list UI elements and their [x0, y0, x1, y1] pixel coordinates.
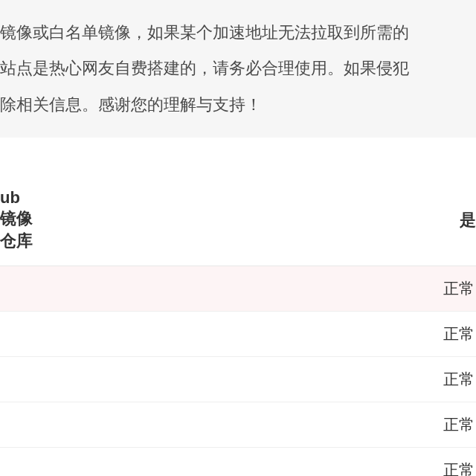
cell-repo: [0, 312, 42, 357]
table-row: 正常: [0, 312, 476, 357]
mirror-table: ub 镜像仓库 是 正常 正常 正常 正常 正常: [0, 175, 476, 476]
notice-line-3: 除相关信息。感谢您的理解与支持！: [0, 87, 476, 123]
notice-line-2: 站点是热心网友自费搭建的，请务必合理使用。如果侵犯: [0, 51, 476, 86]
cell-repo: [0, 357, 42, 402]
table-row: 正常: [0, 266, 476, 312]
table-row: 正常: [0, 402, 476, 448]
notice-box: 镜像或白名单镜像，如果某个加速地址无法拉取到所需的 站点是热心网友自费搭建的，请…: [0, 0, 476, 138]
header-status: 是: [42, 175, 476, 266]
mirror-table-container: ub 镜像仓库 是 正常 正常 正常 正常 正常: [0, 175, 476, 476]
table-row: 正常: [0, 448, 476, 476]
cell-status: 正常: [42, 266, 476, 312]
cell-status: 正常: [42, 402, 476, 448]
notice-line-1: 镜像或白名单镜像，如果某个加速地址无法拉取到所需的: [0, 15, 476, 51]
cell-status: 正常: [42, 312, 476, 357]
cell-status: 正常: [42, 448, 476, 476]
table-row: 正常: [0, 357, 476, 402]
cell-repo: [0, 448, 42, 476]
cell-status: 正常: [42, 357, 476, 402]
table-header-row: ub 镜像仓库 是: [0, 175, 476, 266]
cell-repo: [0, 402, 42, 448]
header-repo: ub 镜像仓库: [0, 175, 42, 266]
cell-repo: [0, 266, 42, 312]
